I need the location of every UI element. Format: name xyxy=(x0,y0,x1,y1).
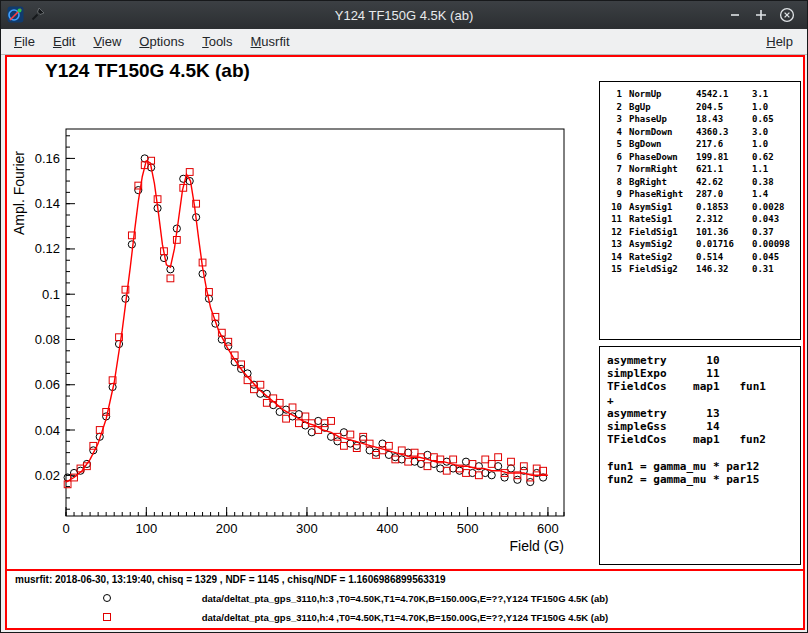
theory-line: TFieldCos map1 fun1 xyxy=(607,380,793,393)
parameter-table[interactable]: 1NormUp4542.13.12BgUp204.51.03PhaseUp18.… xyxy=(599,81,801,340)
data-series-circles xyxy=(64,155,547,486)
fit-line xyxy=(66,161,548,482)
svg-text:200: 200 xyxy=(216,521,238,536)
data-series-squares xyxy=(64,157,546,487)
maximize-button[interactable] xyxy=(753,7,769,23)
legend-item: data/deltat_pta_gps_3110,h:4 ,T0=4.50K,T… xyxy=(7,608,803,627)
application-window: Y124 TF150G 4.5K (ab) FileEditViewOption… xyxy=(0,0,808,633)
parameter-row: 8BgRight42.620.38 xyxy=(604,176,796,189)
parameter-row: 4NormDown4360.33.0 xyxy=(604,126,796,139)
theory-line: fun2 = gamma_mu * par15 xyxy=(607,473,793,486)
svg-text:600: 600 xyxy=(537,521,559,536)
svg-text:0.06: 0.06 xyxy=(35,377,60,392)
legend-label: data/deltat_pta_gps_3110,h:4 ,T0=4.50K,T… xyxy=(7,608,803,627)
menu-item-help[interactable]: Help xyxy=(756,30,803,53)
theory-line: simpleGss 14 xyxy=(607,420,793,433)
parameter-row: 3PhaseUp18.430.65 xyxy=(604,113,796,126)
x-axis-title: Field (G) xyxy=(510,538,564,554)
svg-text:0.16: 0.16 xyxy=(35,151,60,166)
svg-text:500: 500 xyxy=(457,521,479,536)
theory-line: simplExpo 11 xyxy=(607,367,793,380)
axes: 01002003004005006000.020.040.060.080.10.… xyxy=(11,129,564,554)
parameter-row: 9PhaseRight287.01.4 xyxy=(604,188,796,201)
menu-item-edit[interactable]: Edit xyxy=(44,30,84,53)
svg-text:0.1: 0.1 xyxy=(42,287,60,302)
close-button[interactable] xyxy=(779,7,795,23)
svg-text:0: 0 xyxy=(62,521,69,536)
menubar: FileEditViewOptionsToolsMusrfit Help xyxy=(1,29,807,55)
svg-text:100: 100 xyxy=(135,521,157,536)
parameter-row: 5BgDown217.61.0 xyxy=(604,138,796,151)
svg-text:0.12: 0.12 xyxy=(35,241,60,256)
square-marker-icon xyxy=(103,613,111,621)
theory-line: asymmetry 10 xyxy=(607,354,793,367)
parameter-row: 13AsymSig20.017160.00098 xyxy=(604,238,796,251)
parameter-row: 7NormRight621.11.1 xyxy=(604,163,796,176)
menu-item-options[interactable]: Options xyxy=(130,30,193,53)
fit-stats: musrfit: 2018-06-30, 13:19:40, chisq = 1… xyxy=(15,574,446,585)
parameter-row: 2BgUp204.51.0 xyxy=(604,101,796,114)
svg-text:400: 400 xyxy=(376,521,398,536)
theory-box[interactable]: asymmetry 10simplExpo 11TFieldCos map1 f… xyxy=(599,346,801,565)
theory-line xyxy=(607,446,793,459)
legend: data/deltat_pta_gps_3110,h:3 ,T0=4.50K,T… xyxy=(7,589,803,627)
y-axis-title: Ampl. Fourier xyxy=(11,151,27,235)
plot-svg[interactable]: 01002003004005006000.020.040.060.080.10.… xyxy=(7,67,599,569)
svg-text:300: 300 xyxy=(296,521,318,536)
menu-item-view[interactable]: View xyxy=(84,30,130,53)
svg-text:0.04: 0.04 xyxy=(35,423,60,438)
info-pad[interactable]: musrfit: 2018-06-30, 13:19:40, chisq = 1… xyxy=(7,569,803,628)
parameter-row: 11RateSig12.3120.043 xyxy=(604,213,796,226)
titlebar[interactable]: Y124 TF150G 4.5K (ab) xyxy=(1,1,807,29)
theory-line: TFieldCos map1 fun2 xyxy=(607,433,793,446)
minimize-button[interactable] xyxy=(727,7,743,23)
svg-text:0.14: 0.14 xyxy=(35,196,60,211)
parameter-row: 6PhaseDown199.810.62 xyxy=(604,151,796,164)
svg-text:0.02: 0.02 xyxy=(35,468,60,483)
menubar-items: FileEditViewOptionsToolsMusrfit xyxy=(5,30,299,53)
menu-item-tools[interactable]: Tools xyxy=(193,30,241,53)
window-title: Y124 TF150G 4.5K (ab) xyxy=(1,8,807,23)
legend-label: data/deltat_pta_gps_3110,h:3 ,T0=4.50K,T… xyxy=(7,589,803,608)
parameter-row: 1NormUp4542.13.1 xyxy=(604,88,796,101)
theory-line: + xyxy=(607,394,793,407)
parameter-row: 10AsymSig10.18530.0028 xyxy=(604,201,796,214)
circle-marker-icon xyxy=(103,594,111,602)
svg-text:0.08: 0.08 xyxy=(35,332,60,347)
parameter-row: 15FieldSig2146.320.31 xyxy=(604,263,796,276)
menu-item-file[interactable]: File xyxy=(5,30,44,53)
theory-line: asymmetry 13 xyxy=(607,407,793,420)
theory-line: fun1 = gamma_mu * par12 xyxy=(607,460,793,473)
menu-item-musrfit[interactable]: Musrfit xyxy=(242,30,299,53)
legend-item: data/deltat_pta_gps_3110,h:3 ,T0=4.50K,T… xyxy=(7,589,803,608)
root-canvas[interactable]: Y124 TF150G 4.5K (ab) 010020030040050060… xyxy=(5,55,805,630)
parameter-row: 14RateSig20.5140.045 xyxy=(604,251,796,264)
parameter-row: 12FieldSig1101.360.37 xyxy=(604,226,796,239)
